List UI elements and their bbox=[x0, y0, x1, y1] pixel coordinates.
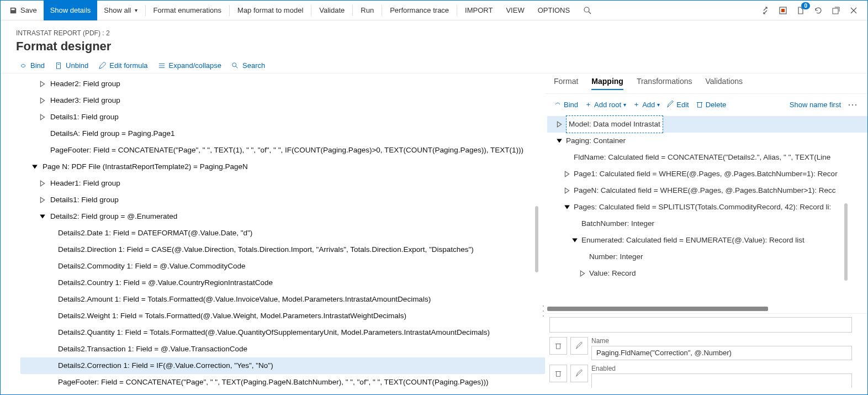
tree-row[interactable]: Header3: Field group bbox=[20, 92, 545, 109]
tree-row[interactable]: Details2.Quantity 1: Field = Totals.Form… bbox=[20, 324, 545, 341]
pencil-icon bbox=[575, 342, 583, 350]
link-icon[interactable] bbox=[760, 6, 770, 15]
format-tree[interactable]: Header2: Field groupHeader3: Field group… bbox=[1, 73, 545, 391]
left-action-bar: Bind Unbind Edit formula Expand/collapse… bbox=[1, 58, 867, 73]
property-filter-input[interactable] bbox=[549, 317, 852, 333]
right-bind-button[interactable]: Bind bbox=[554, 101, 578, 109]
tree-row[interactable]: Details2.Date 1: Field = DATEFORMAT(@.Va… bbox=[20, 225, 545, 241]
edit-enabled-button[interactable] bbox=[570, 365, 588, 382]
show-all-button[interactable]: Show all ▾ bbox=[97, 1, 144, 20]
svg-rect-9 bbox=[697, 103, 701, 108]
tab-format[interactable]: Format bbox=[554, 73, 578, 90]
svg-rect-4 bbox=[833, 8, 838, 14]
tree-row-label: Details2.Amount 1: Field = Totals.Format… bbox=[58, 291, 431, 308]
tree-row[interactable]: Header1: Field group bbox=[20, 175, 545, 192]
tree-row[interactable]: Details2.Direction 1: Field = CASE(@.Val… bbox=[20, 241, 545, 258]
mapping-row-label: Value: Record bbox=[589, 265, 636, 282]
tree-row[interactable]: Details2.Country 1: Field = @.Value.Coun… bbox=[20, 275, 545, 291]
plus-icon: ＋ bbox=[585, 99, 592, 109]
mapping-row[interactable]: Number: Integer bbox=[547, 249, 867, 265]
mapping-row[interactable]: Model: Data model Intrastat bbox=[547, 116, 867, 133]
search-button[interactable] bbox=[576, 1, 599, 20]
more-icon[interactable]: ⋯ bbox=[848, 98, 859, 110]
unbind-icon bbox=[55, 62, 62, 70]
save-button[interactable]: Save bbox=[3, 1, 44, 20]
close-icon[interactable] bbox=[849, 6, 859, 15]
show-name-first-button[interactable]: Show name first bbox=[790, 101, 841, 109]
tree-row-label: Details2.Weight 1: Field = Totals.Format… bbox=[58, 308, 406, 324]
tree-row[interactable]: Details2.Amount 1: Field = Totals.Format… bbox=[20, 291, 545, 308]
property-name-value[interactable]: Paging.FldName("Correction", @.Number) bbox=[591, 346, 852, 360]
tree-row[interactable]: Details2: Field group = @.Enumerated bbox=[20, 208, 545, 225]
add-button[interactable]: ＋Add▾ bbox=[633, 99, 660, 109]
search-action[interactable]: Search bbox=[231, 61, 265, 70]
svg-rect-5 bbox=[57, 62, 61, 69]
bind-button[interactable]: Bind bbox=[19, 61, 45, 70]
format-enumerations-button[interactable]: Format enumerations bbox=[147, 1, 229, 20]
popout-icon[interactable] bbox=[831, 6, 841, 15]
tree-row[interactable]: Page N: PDF File (IntrastatReportTemplat… bbox=[20, 159, 545, 175]
mapping-row[interactable]: Paging: Container bbox=[547, 133, 867, 149]
chevron-down-icon: ▾ bbox=[623, 102, 626, 108]
search-icon bbox=[231, 62, 239, 70]
tree-row[interactable]: Details2.Commodity 1: Field = @.Value.Co… bbox=[20, 258, 545, 275]
show-details-button[interactable]: Show details bbox=[44, 1, 98, 20]
unbind-button[interactable]: Unbind bbox=[55, 61, 88, 70]
tree-row-label: Details2.Quantity 1: Field = Totals.Form… bbox=[58, 324, 490, 341]
tree-row-label: Details2: Field group = @.Enumerated bbox=[50, 208, 177, 225]
tree-row-label: Header2: Field group bbox=[50, 76, 120, 92]
tab-mapping[interactable]: Mapping bbox=[591, 73, 623, 90]
validate-button[interactable]: Validate bbox=[313, 1, 351, 20]
map-format-button[interactable]: Map format to model bbox=[231, 1, 310, 20]
splitter-grip[interactable] bbox=[543, 306, 548, 317]
office-icon[interactable] bbox=[778, 6, 788, 15]
mapping-row[interactable]: Enumerated: Calculated field = ENUMERATE… bbox=[547, 232, 867, 249]
mapping-row[interactable]: Page1: Calculated field = WHERE(@.Pages,… bbox=[547, 166, 867, 182]
view-menu[interactable]: VIEW bbox=[499, 1, 531, 20]
mapping-row[interactable]: Pages: Calculated field = SPLITLIST(Tota… bbox=[547, 199, 867, 215]
refresh-icon[interactable] bbox=[813, 6, 823, 15]
tree-row-label: Details2.Transaction 1: Field = @.Value.… bbox=[58, 341, 247, 357]
performance-trace-button[interactable]: Performance trace bbox=[383, 1, 456, 20]
tree-row[interactable]: PageFooter: Field = CONCATENATE("Page", … bbox=[20, 374, 545, 391]
delete-property-button[interactable] bbox=[549, 337, 567, 355]
mapping-row[interactable]: BatchNumber: Integer bbox=[547, 215, 867, 232]
mapping-row[interactable]: PageN: Calculated field = WHERE(@.Pages,… bbox=[547, 182, 867, 199]
right-hscrollbar[interactable] bbox=[547, 307, 768, 311]
expand-collapse-button[interactable]: Expand/collapse bbox=[158, 61, 221, 70]
pencil-icon bbox=[575, 370, 583, 377]
property-enabled-value[interactable] bbox=[591, 373, 852, 388]
tree-row-label: Header1: Field group bbox=[50, 175, 120, 192]
tab-validations[interactable]: Validations bbox=[706, 73, 743, 90]
tree-row[interactable]: Details2.Weight 1: Field = Totals.Format… bbox=[20, 308, 545, 324]
left-scrollbar[interactable] bbox=[535, 206, 538, 272]
tree-row[interactable]: PageFooter: Field = CONCATENATE("Page", … bbox=[20, 142, 545, 159]
run-button[interactable]: Run bbox=[354, 1, 380, 20]
tab-transformations[interactable]: Transformations bbox=[637, 73, 692, 90]
import-menu[interactable]: IMPORT bbox=[458, 1, 499, 20]
mapping-row-label: FldName: Calculated field = CONCATENATE(… bbox=[574, 149, 830, 166]
tree-row[interactable]: Details1: Field group bbox=[20, 192, 545, 208]
mapping-row-label: Paging: Container bbox=[566, 133, 626, 149]
plus-icon: ＋ bbox=[633, 99, 640, 109]
mapping-tree[interactable]: Model: Data model IntrastatPaging: Conta… bbox=[545, 115, 867, 304]
delete-enabled-button[interactable] bbox=[549, 365, 567, 382]
svg-line-1 bbox=[589, 12, 591, 14]
pencil-icon bbox=[666, 101, 674, 108]
right-scrollbar[interactable] bbox=[844, 203, 848, 281]
mapping-row[interactable]: FldName: Calculated field = CONCATENATE(… bbox=[547, 149, 867, 166]
mapping-row[interactable]: Value: Record bbox=[547, 265, 867, 282]
edit-button[interactable]: Edit bbox=[666, 101, 689, 109]
tree-row[interactable]: Details2.Transaction 1: Field = @.Value.… bbox=[20, 341, 545, 357]
add-root-button[interactable]: ＋Add root▾ bbox=[585, 99, 626, 109]
tree-row[interactable]: Header2: Field group bbox=[20, 76, 545, 92]
delete-button[interactable]: Delete bbox=[696, 101, 727, 109]
options-menu[interactable]: OPTIONS bbox=[531, 1, 577, 20]
tree-row[interactable]: Details1: Field group bbox=[20, 109, 545, 125]
attachments-icon[interactable]: 0 bbox=[796, 6, 806, 15]
edit-formula-button[interactable]: Edit formula bbox=[98, 61, 147, 70]
tree-row[interactable]: Details2.Correction 1: Field = IF(@.Valu… bbox=[20, 357, 545, 374]
edit-property-button[interactable] bbox=[570, 337, 588, 355]
mapping-row-label: Pages: Calculated field = SPLITLIST(Tota… bbox=[574, 199, 831, 215]
tree-row[interactable]: DetailsA: Field group = Paging.Page1 bbox=[20, 125, 545, 142]
